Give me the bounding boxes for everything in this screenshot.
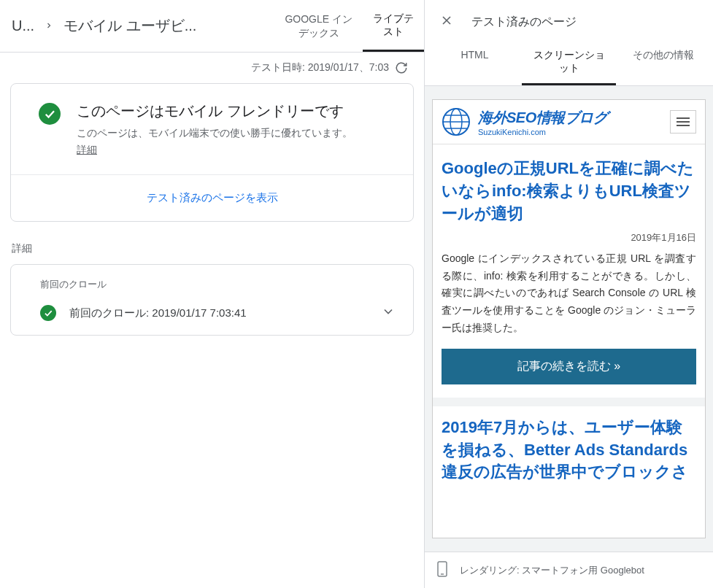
preview-frame: 海外SEO情報ブログ SuzukiKenichi.com Googleの正規UR… (432, 99, 706, 538)
chevron-down-icon[interactable] (381, 304, 396, 322)
test-time-label: テスト日時: 2019/01/17、7:03 (251, 61, 389, 74)
status-text: このページはモバイル フレンドリーです このページは、モバイル端末での使い勝手に… (77, 101, 352, 157)
blog-title-wrap: 海外SEO情報ブログ SuzukiKenichi.com (478, 108, 663, 136)
status-title: このページはモバイル フレンドリーです (77, 101, 352, 121)
read-more-button[interactable]: 記事の続きを読む » (442, 349, 696, 384)
tab-html[interactable]: HTML (428, 38, 522, 85)
check-circle-icon (39, 103, 61, 125)
crawl-row: 前回のクロール: 2019/01/17 7:03:41 (40, 304, 396, 322)
blog-site-title: 海外SEO情報ブログ (478, 108, 663, 128)
breadcrumb: U... モバイル ユーザビ... (0, 0, 274, 52)
details-section-title: 詳細 (0, 222, 424, 264)
test-time-row: テスト日時: 2019/01/17、7:03 (0, 53, 424, 83)
chevron-right-icon (45, 20, 53, 33)
article-body: Google にインデックスされている正規 URL を調査する際に、info: … (442, 250, 696, 337)
view-tested-page-button[interactable]: テスト済みのページを表示 (11, 175, 413, 221)
article-title[interactable]: 2019年7月からは、ユーザー体験を損ねる、Better Ads Standar… (442, 417, 696, 484)
status-row: このページはモバイル フレンドリーです このページは、モバイル端末での使い勝手に… (11, 84, 413, 174)
render-footer: レンダリング: スマートフォン用 Googlebot (425, 552, 713, 588)
crawl-card[interactable]: 前回のクロール 前回のクロール: 2019/01/17 7:03:41 (10, 264, 414, 336)
blog-header: 海外SEO情報ブログ SuzukiKenichi.com (433, 100, 705, 144)
blog-article-1: Googleの正規URLを正確に調べたいならinfo:検索よりもURL検査ツール… (433, 144, 705, 397)
article-date: 2019年1月16日 (442, 231, 696, 244)
check-circle-icon (40, 305, 56, 321)
status-details-link[interactable]: 詳細 (77, 144, 97, 155)
status-desc: このページは、モバイル端末での使い勝手に優れています。 (77, 127, 352, 140)
close-icon[interactable] (439, 13, 454, 31)
tab-other[interactable]: その他の情報 (616, 38, 710, 85)
tab-google-index[interactable]: GOOGLE イン デックス (274, 0, 363, 52)
status-card: このページはモバイル フレンドリーです このページは、モバイル端末での使い勝手に… (10, 83, 414, 222)
hamburger-icon[interactable] (670, 110, 696, 134)
side-panel: テスト済みのページ HTML スクリーンショ ット その他の情報 海外SEO情報… (425, 0, 713, 588)
globe-icon (442, 107, 471, 136)
render-footer-text: レンダリング: スマートフォン用 Googlebot (460, 564, 644, 577)
tab-screenshot[interactable]: スクリーンショ ット (522, 38, 616, 85)
crawl-value: 前回のクロール: 2019/01/17 7:03:41 (69, 306, 368, 320)
crawl-label: 前回のクロール (40, 278, 396, 291)
right-header: テスト済みのページ (425, 0, 713, 38)
right-panel-title: テスト済みのページ (471, 15, 577, 30)
right-tabs: HTML スクリーンショ ット その他の情報 (425, 38, 713, 86)
left-header: U... モバイル ユーザビ... GOOGLE イン デックス ライブテ スト (0, 0, 424, 53)
tab-live-test[interactable]: ライブテ スト (363, 0, 424, 52)
breadcrumb-current[interactable]: モバイル ユーザビ... (63, 16, 196, 36)
main-panel: U... モバイル ユーザビ... GOOGLE イン デックス ライブテ スト… (0, 0, 425, 588)
refresh-icon[interactable] (395, 61, 408, 74)
blog-site-subtitle: SuzukiKenichi.com (478, 128, 663, 136)
left-tabs: GOOGLE イン デックス ライブテ スト (274, 0, 424, 52)
breadcrumb-root[interactable]: U... (12, 18, 34, 34)
article-title[interactable]: Googleの正規URLを正確に調べたいならinfo:検索よりもURL検査ツール… (442, 158, 696, 225)
smartphone-icon (436, 561, 448, 579)
screenshot-preview: 海外SEO情報ブログ SuzukiKenichi.com Googleの正規UR… (425, 86, 713, 552)
blog-article-2: 2019年7月からは、ユーザー体験を損ねる、Better Ads Standar… (433, 398, 705, 494)
